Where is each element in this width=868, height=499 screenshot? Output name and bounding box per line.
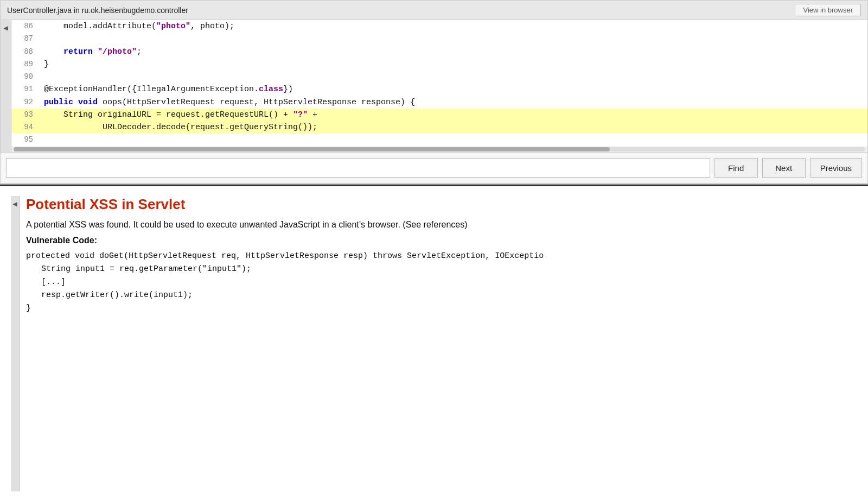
horizontal-scrollbar[interactable] bbox=[11, 147, 867, 152]
next-button[interactable]: Next bbox=[762, 158, 806, 178]
info-left-arrow-icon[interactable]: ◀ bbox=[11, 196, 20, 492]
line-code-91: @ExceptionHandler({IllegalArgumentExcept… bbox=[44, 83, 293, 96]
code-body: 86 model.addAttribute("photo", photo); 8… bbox=[11, 20, 867, 152]
vulnerable-code-block: protected void doGet(HttpServletRequest … bbox=[26, 250, 857, 315]
line-num-93: 93 bbox=[11, 109, 44, 121]
line-num-86: 86 bbox=[11, 21, 44, 33]
code-line-95: 95 bbox=[11, 134, 867, 146]
line-num-88: 88 bbox=[11, 46, 44, 58]
code-line-92: 92 public void oops(HttpServletRequest r… bbox=[11, 96, 867, 109]
code-line-91: 91 @ExceptionHandler({IllegalArgumentExc… bbox=[11, 83, 867, 96]
line-code-94: URLDecoder.decode(request.getQueryString… bbox=[44, 121, 317, 134]
code-line-93: 93 String originalURL = request.getReque… bbox=[11, 109, 867, 121]
line-num-91: 91 bbox=[11, 84, 44, 96]
code-line-86: 86 model.addAttribute("photo", photo); bbox=[11, 20, 867, 33]
info-content: Potential XSS in Servlet A potential XSS… bbox=[26, 196, 857, 492]
info-title: Potential XSS in Servlet bbox=[26, 196, 857, 213]
vuln-code-line-5: } bbox=[26, 302, 857, 315]
info-panel: ◀ Potential XSS in Servlet A potential X… bbox=[0, 185, 868, 500]
line-code-89: } bbox=[44, 58, 49, 71]
line-num-89: 89 bbox=[11, 59, 44, 71]
code-line-94: 94 URLDecoder.decode(request.getQueryStr… bbox=[11, 121, 867, 134]
line-code-87 bbox=[44, 33, 49, 45]
line-num-90: 90 bbox=[11, 71, 44, 83]
code-lines: 86 model.addAttribute("photo", photo); 8… bbox=[11, 20, 867, 147]
code-line-87: 87 bbox=[11, 33, 867, 45]
line-code-92: public void oops(HttpServletRequest requ… bbox=[44, 96, 415, 109]
code-panel-header: UserController.java in ru.ok.heisenbugde… bbox=[1, 1, 867, 20]
vuln-code-line-1: protected void doGet(HttpServletRequest … bbox=[26, 250, 857, 263]
line-num-87: 87 bbox=[11, 33, 44, 45]
scrollbar-track bbox=[14, 147, 865, 151]
code-panel: UserController.java in ru.ok.heisenbugde… bbox=[0, 0, 868, 185]
left-arrow-icon[interactable]: ◀ bbox=[1, 20, 11, 152]
previous-button[interactable]: Previous bbox=[810, 158, 862, 178]
vuln-code-line-4: resp.getWriter().write(input1); bbox=[26, 289, 857, 302]
line-code-95 bbox=[44, 134, 49, 146]
line-code-93: String originalURL = request.getRequestU… bbox=[44, 109, 317, 121]
code-panel-title: UserController.java in ru.ok.heisenbugde… bbox=[7, 6, 188, 15]
find-button[interactable]: Find bbox=[714, 158, 758, 178]
line-code-90 bbox=[44, 71, 49, 83]
code-content-area: ◀ 86 model.addAttribute("photo", photo);… bbox=[1, 20, 867, 152]
vulnerable-code-label: Vulnerable Code: bbox=[26, 236, 857, 245]
line-num-94: 94 bbox=[11, 122, 44, 134]
info-description: A potential XSS was found. It could be u… bbox=[26, 218, 857, 231]
view-in-browser-button[interactable]: View in browser bbox=[795, 4, 861, 16]
vuln-code-line-2: String input1 = req.getParameter("input1… bbox=[26, 263, 857, 276]
vuln-code-line-3: [...] bbox=[26, 276, 857, 289]
line-code-86: model.addAttribute("photo", photo); bbox=[44, 20, 234, 33]
line-num-92: 92 bbox=[11, 97, 44, 109]
code-line-88: 88 return "/photo"; bbox=[11, 46, 867, 58]
scrollbar-thumb[interactable] bbox=[14, 147, 610, 151]
main-container: UserController.java in ru.ok.heisenbugde… bbox=[0, 0, 868, 499]
code-line-90: 90 bbox=[11, 71, 867, 83]
find-bar: Find Next Previous bbox=[1, 152, 867, 184]
find-input[interactable] bbox=[6, 158, 710, 178]
line-code-88: return "/photo"; bbox=[44, 46, 142, 58]
code-line-89: 89 } bbox=[11, 58, 867, 71]
line-num-95: 95 bbox=[11, 134, 44, 146]
